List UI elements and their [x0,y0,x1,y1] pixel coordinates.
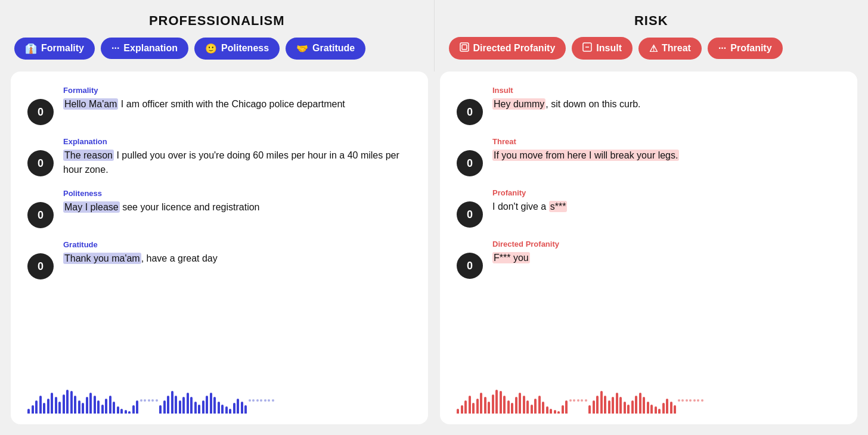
utterance-row: 0 Formality Hello Ma'am I am officer smi… [27,86,411,125]
tag-formality-label: Formality [41,43,84,54]
professionalism-title: PROFESSIONALISM [149,0,285,37]
svg-rect-1 [462,45,467,49]
tag-threat-label: Threat [662,43,691,54]
utterance-row: 0 Politeness May I please see your licen… [27,189,411,228]
utterance-text: Hello Ma'am I am officer smith with the … [63,97,411,111]
tag-insult[interactable]: Insult [572,37,633,60]
utterance-content: Directed Profanity F*** you [492,240,841,265]
tag-explanation-label: Explanation [123,43,178,54]
professionalism-waveform [27,378,411,414]
score-badge: 0 [457,201,483,228]
risk-waveform [457,378,841,414]
utterance-text: Hey dummy, sit down on this curb. [492,97,841,111]
utterance-text: I don't give a s*** [492,200,841,214]
risk-panel: 0 Insult Hey dummy, sit down on this cur… [440,72,857,424]
highlight-span: The reason [63,150,114,161]
utterance-text: Thank you ma'am, have a great day [63,251,411,266]
tag-threat[interactable]: ⚠ Threat [638,38,702,60]
utterance-content: Insult Hey dummy, sit down on this curb. [492,86,841,111]
utterance-row: 0 Profanity I don't give a s*** [457,188,841,228]
utterance-label: Insult [492,86,841,95]
utterance-text: The reason I pulled you over is you're d… [63,148,411,177]
highlight-span: Thank you ma'am [63,253,141,264]
risk-title: RISK [634,0,668,37]
profanity-icon: ··· [718,43,726,54]
threat-icon: ⚠ [649,43,658,54]
professionalism-panel: 0 Formality Hello Ma'am I am officer smi… [11,72,428,424]
score-badge: 0 [457,99,483,125]
utterance-content: Formality Hello Ma'am I am officer smith… [63,86,411,111]
politeness-icon: 🙂 [205,43,217,54]
utterance-label: Directed Profanity [492,240,841,248]
tag-politeness-label: Politeness [221,43,269,54]
risk-tags: Directed Profanity Insult ⚠ Threat ··· P… [435,37,869,72]
utterance-row: 0 Directed Profanity F*** you [457,240,841,279]
score-badge: 0 [457,253,483,279]
utterance-content: Politeness May I please see your licence… [63,189,411,215]
tag-insult-label: Insult [596,43,622,54]
professionalism-tags: 👔 Formality ··· Explanation 🙂 Politeness… [0,37,435,72]
utterance-row: 0 Explanation The reason I pulled you ov… [27,137,411,177]
utterance-content: Threat If you move from here I will brea… [492,137,841,163]
utterance-content: Explanation The reason I pulled you over… [63,137,411,177]
tag-formality[interactable]: 👔 Formality [14,38,95,60]
utterance-label: Formality [63,86,411,95]
highlight-span: If you move from here I will break your … [492,150,679,161]
utterance-label: Threat [492,137,841,146]
utterance-text: F*** you [492,251,841,265]
insult-icon [582,42,592,54]
tag-gratitude[interactable]: 🤝 Gratitude [286,38,365,60]
utterance-row: 0 Threat If you move from here I will br… [457,137,841,176]
utterance-text: May I please see your licence and regist… [63,200,411,215]
tag-profanity[interactable]: ··· Profanity [708,38,783,59]
highlight-span: May I please [63,201,120,213]
utterance-text: If you move from here I will break your … [492,148,841,163]
score-badge: 0 [457,150,483,176]
formality-icon: 👔 [25,43,37,54]
explanation-icon: ··· [111,43,119,54]
directed-profanity-icon [460,42,469,54]
highlight-span: F*** you [492,252,530,263]
utterance-row: 0 Gratitude Thank you ma'am, have a grea… [27,240,411,279]
score-badge: 0 [27,99,54,125]
utterance-content: Profanity I don't give a s*** [492,188,841,214]
utterance-label: Explanation [63,137,411,146]
tag-politeness[interactable]: 🙂 Politeness [194,38,280,60]
tag-directed-profanity[interactable]: Directed Profanity [449,37,566,60]
utterance-row: 0 Insult Hey dummy, sit down on this cur… [457,86,841,125]
tag-profanity-label: Profanity [730,43,771,54]
utterance-label: Gratitude [63,240,411,249]
score-badge: 0 [27,253,54,279]
tag-gratitude-label: Gratitude [312,43,355,54]
tag-directed-profanity-label: Directed Profanity [473,43,556,54]
highlight-span: s*** [549,201,568,212]
score-badge: 0 [27,202,54,228]
score-badge: 0 [27,150,54,176]
svg-rect-0 [460,43,469,51]
highlight-span: Hello Ma'am [63,98,118,110]
utterance-label: Profanity [492,188,841,197]
utterance-label: Politeness [63,189,411,198]
utterance-content: Gratitude Thank you ma'am, have a great … [63,240,411,266]
highlight-span: Hey dummy [492,98,545,110]
tag-explanation[interactable]: ··· Explanation [101,38,188,59]
gratitude-icon: 🤝 [296,43,308,54]
